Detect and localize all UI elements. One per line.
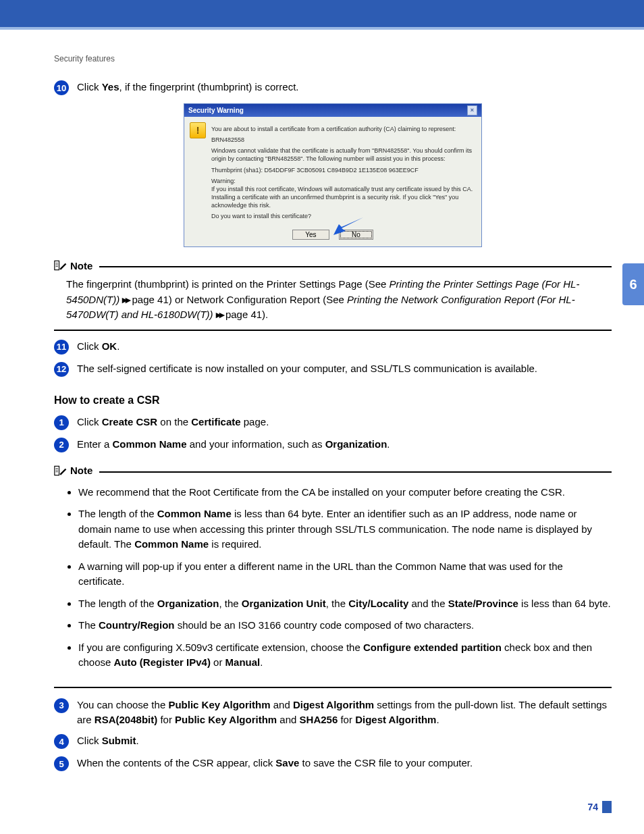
step-12: 12 The self-signed certificate is now in… [54,361,612,377]
step-badge: 4 [54,734,69,749]
page-footer: 74 [54,801,612,813]
csr-step-3: 3 You can choose the Public Key Algorith… [54,698,612,727]
note-icon [54,259,68,271]
page-number: 74 [587,802,598,812]
list-item: If you are configuring X.509v3 certifica… [78,640,612,671]
step-text: You can choose the Public Key Algorithm … [77,698,612,727]
warning-icon: ! [190,122,206,138]
list-item: The length of the Organization, the Orga… [78,596,612,612]
note-list: We recommend that the Root Certificate f… [66,485,612,671]
note-label: Note [70,260,92,271]
pointer-arrow-icon [329,216,366,238]
dialog-body: ! You are about to install a certificate… [184,117,481,228]
step-text: Enter a Common Name and your information… [77,437,612,452]
csr-step-4: 4 Click Submit. [54,733,612,749]
step-badge: 10 [54,80,69,95]
note-icon [54,465,68,477]
yes-button[interactable]: Yes [292,230,329,240]
top-bar [0,0,644,30]
step-text: The self-signed certificate is now insta… [77,361,612,376]
note-heading: Note [54,259,612,271]
svg-rect-0 [55,261,59,270]
note-body-2: We recommend that the Root Certificate f… [54,481,612,688]
step-badge: 12 [54,362,69,377]
step-badge: 1 [54,415,69,430]
step-badge: 5 [54,756,69,771]
note-rule [99,266,612,267]
svg-rect-4 [55,466,59,475]
step-text: Click Yes, if the fingerprint (thumbprin… [77,80,612,95]
dialog-titlebar: Security Warning × [184,104,481,117]
list-item: A warning will pop-up if you enter a dif… [78,559,612,590]
csr-step-5: 5 When the contents of the CSR appear, c… [54,756,612,771]
step-badge: 11 [54,340,69,355]
dialog-title: Security Warning [188,106,244,115]
step-10: 10 Click Yes, if the fingerprint (thumbp… [54,80,612,95]
dialog-buttons: Yes No [184,228,481,246]
note-label: Note [70,465,92,476]
note-rule [99,471,612,473]
section-title: Security features [54,54,612,63]
dialog-figure: Security Warning × ! You are about to in… [54,103,612,247]
note-body: The fingerprint (thumbprint) is printed … [54,276,612,331]
step-badge: 2 [54,438,69,452]
list-item: The Country/Region should be an ISO 3166… [78,618,612,633]
list-item: We recommend that the Root Certificate f… [78,485,612,500]
step-badge: 3 [54,698,69,713]
footer-bar [602,801,612,813]
step-text: Click Submit. [77,733,612,748]
page-content: Security features 10 Click Yes, if the f… [0,30,644,829]
step-text: Click Create CSR on the Certificate page… [77,415,612,429]
security-warning-dialog: Security Warning × ! You are about to in… [184,103,482,247]
csr-step-1: 1 Click Create CSR on the Certificate pa… [54,415,612,430]
list-item: The length of the Common Name is less th… [78,506,612,552]
step-text: Click OK. [77,339,612,354]
csr-heading: How to create a CSR [54,394,612,407]
step-text: When the contents of the CSR appear, cli… [77,756,612,771]
close-icon[interactable]: × [467,105,477,115]
step-11: 11 Click OK. [54,339,612,355]
csr-step-2: 2 Enter a Common Name and your informati… [54,437,612,452]
chapter-tab[interactable]: 6 [622,263,644,305]
note-heading-2: Note [54,465,612,477]
